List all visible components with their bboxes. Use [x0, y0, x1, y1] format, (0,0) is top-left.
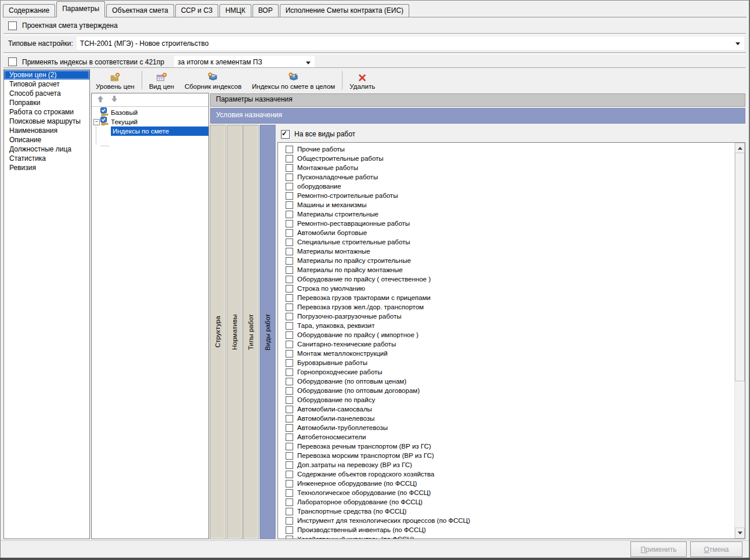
- work-type-row[interactable]: Материалы монтажные: [278, 247, 745, 256]
- work-type-row[interactable]: Инженерное оборудование (по ФССЦ): [278, 479, 745, 488]
- work-type-row[interactable]: Оборудование по прайсу: [278, 395, 745, 404]
- work-type-row[interactable]: Монтаж металлоконструкций: [278, 349, 745, 358]
- work-type-row[interactable]: Монтажные работы: [278, 163, 745, 172]
- main-tab[interactable]: ВОР: [253, 4, 279, 17]
- category-item[interactable]: Поправки: [4, 98, 89, 107]
- work-type-row[interactable]: Хозяйственный инвентарь (по ФССЦ): [278, 534, 745, 539]
- all-work-types-checkbox[interactable]: [281, 130, 290, 139]
- indices-whole-estimate-button[interactable]: Σ Индексы по смете в целом: [247, 68, 340, 92]
- move-up-icon[interactable]: [97, 95, 104, 104]
- work-type-checkbox[interactable]: [286, 164, 293, 172]
- work-type-checkbox[interactable]: [286, 322, 293, 330]
- category-item[interactable]: Способ расчета: [4, 89, 89, 98]
- work-type-checkbox[interactable]: [286, 536, 293, 540]
- tree-node-base[interactable]: Базовый: [92, 108, 208, 117]
- work-type-row[interactable]: Оборудование по прайсу ( импортное ): [278, 330, 745, 339]
- work-type-checkbox[interactable]: [286, 443, 293, 450]
- work-type-checkbox[interactable]: [286, 146, 293, 153]
- tree-node-estimate-indices[interactable]: Индексы по смете: [92, 127, 208, 136]
- work-type-row[interactable]: Доп.затраты на перевозку (ВР из ГС): [278, 460, 745, 469]
- typical-settings-combobox[interactable]: ТСН-2001 (МГЭ) - Новое строительство: [77, 37, 744, 50]
- work-type-checkbox[interactable]: [286, 304, 293, 311]
- main-tab[interactable]: Параметры: [56, 1, 105, 17]
- work-type-row[interactable]: Машины и механизмы: [278, 200, 745, 209]
- work-type-row[interactable]: Перевозка грузов жел./дор. транспортом: [278, 302, 745, 312]
- work-type-checkbox[interactable]: [286, 294, 293, 302]
- vertical-tab[interactable]: Нормативы: [227, 125, 243, 539]
- work-type-row[interactable]: Ремонтно-реставрационные работы: [278, 219, 745, 228]
- work-type-checkbox[interactable]: [286, 285, 293, 292]
- work-type-checkbox[interactable]: [286, 341, 293, 348]
- work-type-checkbox[interactable]: [286, 368, 293, 376]
- chevron-down-icon[interactable]: [735, 42, 740, 45]
- work-type-row[interactable]: Автомобили бортовые: [278, 228, 745, 237]
- work-type-checkbox[interactable]: [286, 471, 293, 478]
- vertical-tab[interactable]: Структура: [210, 125, 226, 539]
- scroll-down-button[interactable]: [735, 528, 745, 539]
- work-type-checkbox[interactable]: [286, 257, 293, 265]
- collapse-expander-icon[interactable]: −: [93, 119, 100, 125]
- price-level-button[interactable]: Уровень цен: [91, 68, 140, 92]
- tree-node-current[interactable]: − Текущий: [92, 117, 208, 127]
- work-type-row[interactable]: Строка по умолчанию: [278, 284, 745, 293]
- category-item[interactable]: Типовой расчет: [4, 80, 89, 89]
- apply-indices-mode-combobox[interactable]: за итогом к элементам ПЗ: [174, 56, 315, 68]
- work-type-row[interactable]: Перевозка речным транспортом (ВР из ГС): [278, 442, 745, 451]
- main-tab[interactable]: Исполнение Сметы контракта (ЕИС): [280, 4, 409, 17]
- category-item[interactable]: Поисковые маршруты: [4, 117, 89, 126]
- work-type-checkbox[interactable]: [286, 313, 293, 320]
- work-type-checkbox[interactable]: [286, 498, 293, 506]
- work-type-row[interactable]: Транспортные средства (по ФССЦ): [278, 507, 745, 516]
- main-tab[interactable]: Объектная смета: [106, 4, 174, 17]
- work-type-checkbox[interactable]: [286, 378, 293, 385]
- work-type-checkbox[interactable]: [286, 174, 293, 181]
- vertical-tab[interactable]: Типы работ: [243, 125, 259, 539]
- work-type-checkbox[interactable]: [286, 415, 293, 422]
- work-type-row[interactable]: Оборудование по прайсу ( отечественное ): [278, 274, 745, 284]
- work-type-checkbox[interactable]: [286, 248, 293, 255]
- vertical-scrollbar[interactable]: [734, 143, 745, 539]
- work-type-row[interactable]: Прочие работы: [278, 144, 745, 154]
- work-type-row[interactable]: Содержание объектов городского хозяйства: [278, 469, 745, 479]
- work-type-row[interactable]: Лабораторное оборудование (по ФССЦ): [278, 497, 745, 507]
- work-type-row[interactable]: Автобетоносмесители: [278, 432, 745, 442]
- main-tab[interactable]: НМЦК: [219, 4, 251, 17]
- work-type-row[interactable]: Тара, упаковка, реквизит: [278, 321, 745, 330]
- work-type-row[interactable]: Общестроительные работы: [278, 154, 745, 163]
- work-type-row[interactable]: Автомобили-трубоплетевозы: [278, 423, 745, 432]
- work-type-row[interactable]: Перевозка грузов тракторами с прицепами: [278, 293, 745, 302]
- apply-button[interactable]: Применить: [630, 541, 687, 557]
- work-type-checkbox[interactable]: [286, 331, 293, 339]
- work-type-checkbox[interactable]: [286, 406, 293, 413]
- chevron-down-icon[interactable]: [306, 62, 311, 64]
- work-type-row[interactable]: Материалы по прайсу строительные: [278, 256, 745, 265]
- work-type-checkbox[interactable]: [286, 452, 293, 460]
- work-type-checkbox[interactable]: [286, 517, 293, 525]
- work-type-checkbox[interactable]: [286, 276, 293, 283]
- work-type-checkbox[interactable]: [286, 266, 293, 274]
- price-kind-button[interactable]: Вид цен: [144, 68, 179, 92]
- work-type-checkbox[interactable]: [286, 424, 293, 432]
- move-down-icon[interactable]: [111, 95, 118, 104]
- work-type-row[interactable]: Оборудование (по оптовым договорам): [278, 386, 745, 395]
- delete-button[interactable]: Удалить: [344, 68, 380, 92]
- work-type-row[interactable]: Специальные строительные работы: [278, 237, 745, 247]
- work-type-checkbox[interactable]: [286, 350, 293, 357]
- work-type-row[interactable]: Автомобили-панелевозы: [278, 414, 745, 423]
- work-type-row[interactable]: оборудование: [278, 182, 745, 191]
- work-type-checkbox[interactable]: [286, 461, 293, 469]
- work-type-row[interactable]: Оборудование (по оптовым ценам): [278, 377, 745, 386]
- vertical-tab[interactable]: Виды работ: [260, 125, 276, 539]
- work-type-checkbox[interactable]: [286, 211, 293, 218]
- work-type-row[interactable]: Производственный инвентарь (по ФССЦ): [278, 525, 745, 534]
- work-type-row[interactable]: Инструмент для технологических процессов…: [278, 516, 745, 525]
- work-type-checkbox[interactable]: [286, 220, 293, 227]
- category-item[interactable]: Наименования: [4, 126, 89, 135]
- work-type-checkbox[interactable]: [286, 508, 293, 515]
- work-type-row[interactable]: Пусконаладочные работы: [278, 172, 745, 182]
- category-item[interactable]: Должностные лица: [4, 144, 89, 154]
- work-type-checkbox[interactable]: [286, 239, 293, 246]
- work-type-row[interactable]: Санитарно-технические работы: [278, 339, 745, 349]
- work-type-checkbox[interactable]: [286, 387, 293, 395]
- category-item[interactable]: Уровни цен (2): [4, 70, 89, 80]
